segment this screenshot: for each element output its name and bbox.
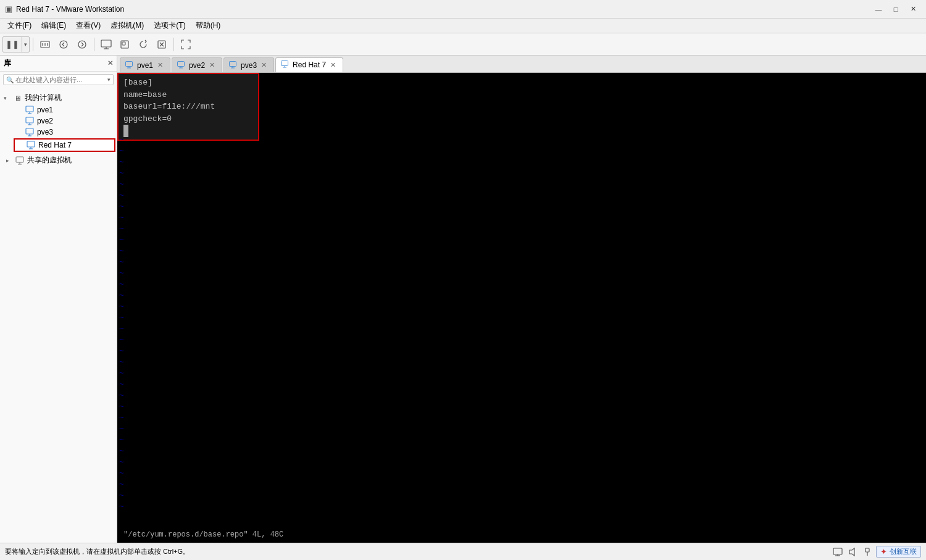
back-button[interactable] — [55, 36, 72, 53]
menu-tabs[interactable]: 选项卡(T) — [149, 19, 190, 32]
sidebar-search-box[interactable]: 🔍 ▾ — [3, 74, 114, 85]
pause-control: ❚❚ ▾ — [2, 36, 30, 52]
separator-3 — [173, 38, 174, 51]
separator-2 — [94, 38, 94, 51]
tilde-13: ~ — [117, 268, 130, 279]
vm-pve2-row[interactable]: pve2 — [12, 115, 117, 127]
svg-marker-44 — [849, 548, 854, 556]
tab-pve2-close[interactable]: ✕ — [209, 61, 215, 69]
toolbar: ❚❚ ▾ — [0, 33, 926, 56]
repo-line-1: [base] — [123, 77, 253, 89]
forward-button[interactable] — [73, 36, 91, 53]
vm-redhat7-label: Red Hat 7 — [38, 141, 72, 149]
svg-rect-26 — [16, 157, 23, 162]
fullscreen-button[interactable] — [177, 36, 194, 53]
menu-edit[interactable]: 编辑(E) — [36, 19, 71, 32]
tilde-8: ~ — [117, 212, 130, 224]
usb-status-icon[interactable] — [861, 546, 874, 558]
menu-vm[interactable]: 虚拟机(M) — [106, 19, 149, 32]
tilde-20: ~ — [117, 346, 130, 357]
revert-snapshot-button[interactable] — [135, 36, 152, 53]
minimize-button[interactable]: — — [870, 3, 886, 15]
statusbar-message: 要将输入定向到该虚拟机，请在虚拟机内部单击或按 Ctrl+G。 — [5, 547, 190, 556]
tilde-6: ~ — [117, 190, 130, 201]
brand-icon: ✦ — [880, 547, 887, 556]
vm-pve1-label: pve1 — [37, 106, 53, 114]
separator-1 — [33, 38, 33, 51]
tilde-10: ~ — [117, 235, 130, 246]
pause-button[interactable]: ❚❚ — [3, 37, 22, 52]
vm-display[interactable]: [base] name=base baseurl=file:///mnt gpg… — [117, 73, 926, 543]
tab-pve2[interactable]: pve2 ✕ — [172, 57, 222, 72]
tilde-3: ~ — [117, 157, 130, 168]
tilde-7: ~ — [117, 201, 130, 212]
brand-badge: ✦ 创新互联 — [876, 546, 921, 558]
tab-pve3[interactable]: pve3 ✕ — [223, 57, 274, 72]
tree-my-computer: ▾ 🖥 我的计算机 pve1 — [0, 90, 117, 154]
sidebar-header: 库 ✕ — [0, 56, 117, 72]
sidebar-close-icon[interactable]: ✕ — [107, 59, 113, 67]
snapshot-button[interactable] — [116, 36, 133, 53]
expand-icon: ▾ — [4, 95, 12, 101]
search-dropdown-icon[interactable]: ▾ — [107, 77, 111, 83]
tab-redhat7[interactable]: Red Hat 7 ✕ — [275, 57, 343, 72]
tilde-32: ~ — [117, 479, 130, 490]
vm-pve1-icon — [25, 106, 35, 114]
tabs-container: pve1 ✕ pve2 ✕ pve3 — [117, 56, 926, 73]
pause-dropdown[interactable]: ▾ — [22, 37, 29, 52]
workspace-body: 库 ✕ 🔍 ▾ ▾ 🖥 我的计算机 — [0, 56, 926, 543]
vm-redhat7-icon — [26, 141, 36, 149]
tilde-33: ~ — [117, 490, 130, 501]
menu-file[interactable]: 文件(F) — [2, 19, 36, 32]
tab-redhat7-close[interactable]: ✕ — [330, 61, 336, 69]
my-computer-row[interactable]: ▾ 🖥 我的计算机 — [0, 91, 117, 104]
send-keys-button[interactable] — [36, 36, 54, 53]
terminal[interactable]: [base] name=base baseurl=file:///mnt gpg… — [117, 73, 926, 543]
display-button[interactable] — [98, 36, 115, 53]
tilde-23: ~ — [117, 379, 130, 390]
my-computer-label: 我的计算机 — [25, 93, 62, 103]
vm-pve3-row[interactable]: pve3 — [12, 127, 117, 138]
tab-pve3-close[interactable]: ✕ — [261, 61, 267, 69]
menu-help[interactable]: 帮助(H) — [191, 19, 226, 32]
repo-line-3: baseurl=file:///mnt — [123, 101, 253, 113]
tab-pve1-close[interactable]: ✕ — [157, 61, 164, 69]
tab-pve3-label: pve3 — [241, 61, 257, 70]
titlebar: ▣ Red Hat 7 - VMware Workstation — □ ✕ — [0, 0, 926, 19]
tab-redhat7-icon — [281, 61, 289, 69]
tab-pve1-icon — [125, 61, 133, 70]
svg-rect-32 — [178, 61, 185, 66]
right-panel: pve1 ✕ pve2 ✕ pve3 — [117, 56, 926, 543]
svg-rect-38 — [282, 61, 288, 66]
svg-rect-29 — [126, 61, 133, 66]
shared-vms-row[interactable]: ▸ 共享的虚拟机 — [0, 154, 117, 167]
vm-pve1-row[interactable]: pve1 — [12, 104, 117, 115]
search-icon: 🔍 — [6, 77, 14, 83]
statusbar: 要将输入定向到该虚拟机，请在虚拟机内部单击或按 Ctrl+G。 ✦ 创新互联 — [0, 543, 926, 560]
brand-label: 创新互联 — [890, 547, 917, 556]
maximize-button[interactable]: □ — [888, 3, 904, 15]
tilde-27: ~ — [117, 424, 130, 435]
tilde-17: ~ — [117, 312, 130, 324]
vm-redhat7-row[interactable]: Red Hat 7 — [14, 138, 115, 152]
network-status-icon[interactable] — [832, 546, 844, 558]
app-logo: ▣ — [5, 4, 12, 14]
svg-rect-35 — [230, 61, 236, 66]
repo-line-4: gpgcheck=0 — [123, 113, 253, 125]
svg-rect-14 — [26, 106, 33, 112]
tilde-22: ~ — [117, 368, 130, 379]
tilde-14: ~ — [117, 279, 130, 290]
sidebar: 库 ✕ 🔍 ▾ ▾ 🖥 我的计算机 — [0, 56, 117, 543]
tilde-5: ~ — [117, 179, 130, 190]
tilde-29: ~ — [117, 446, 130, 457]
search-input[interactable] — [15, 76, 86, 83]
tilde-9: ~ — [117, 224, 130, 235]
close-button[interactable]: ✕ — [905, 3, 921, 15]
menu-view[interactable]: 查看(V) — [71, 19, 106, 32]
delete-snapshot-button[interactable] — [153, 36, 170, 53]
tab-pve1[interactable]: pve1 ✕ — [120, 57, 170, 72]
sound-status-icon[interactable] — [846, 546, 859, 558]
svg-point-4 — [60, 41, 67, 48]
tilde-25: ~ — [117, 401, 130, 412]
tilde-15: ~ — [117, 290, 130, 301]
